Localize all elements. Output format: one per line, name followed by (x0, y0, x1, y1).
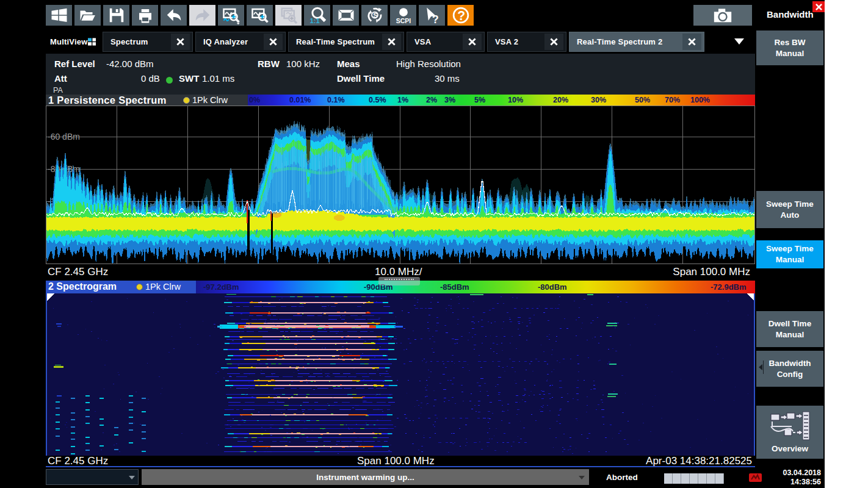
svg-text:70%: 70% (665, 96, 680, 104)
svg-text:20%: 20% (553, 96, 568, 104)
svg-text:30%: 30% (591, 96, 606, 104)
svg-text:?: ? (457, 9, 465, 23)
svg-text:1:1: 1:1 (309, 17, 319, 24)
svg-text:0.1%: 0.1% (327, 96, 345, 104)
svg-text:0.01%: 0.01% (289, 96, 311, 104)
svg-text:0%: 0% (249, 96, 260, 104)
svg-text:1%: 1% (397, 96, 408, 104)
svg-text:SCPI: SCPI (396, 17, 411, 24)
svg-text:2%: 2% (426, 96, 437, 104)
svg-text:?: ? (432, 13, 439, 25)
svg-text:-97.2dBm: -97.2dBm (203, 282, 239, 292)
svg-text:-85dBm: -85dBm (440, 282, 469, 292)
svg-text:5%: 5% (474, 96, 485, 104)
svg-text:3%: 3% (444, 96, 455, 104)
svg-text:10%: 10% (508, 96, 523, 104)
svg-text:0.5%: 0.5% (369, 96, 386, 104)
svg-text:-80dBm: -80dBm (538, 282, 567, 292)
svg-text:-60 dBm: -60 dBm (48, 132, 80, 142)
svg-text:100%: 100% (690, 96, 710, 104)
svg-text:-72.9dBm: -72.9dBm (711, 282, 747, 292)
svg-text:50%: 50% (635, 96, 650, 104)
svg-text:S: S (373, 12, 378, 19)
